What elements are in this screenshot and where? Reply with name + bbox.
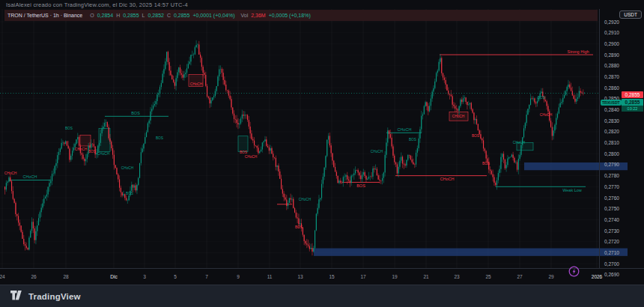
volume-change-value: +0,0005 (+0,18%) <box>269 13 311 18</box>
svg-text:CHoCH: CHoCH <box>540 113 553 117</box>
svg-text:Strong High: Strong High <box>567 49 589 54</box>
price-tick-label: 0,2780 <box>604 173 619 178</box>
price-tick-label: 0,2770 <box>604 184 619 189</box>
low-label: L <box>142 13 145 18</box>
price-tick-label: 0,2790 <box>604 162 619 167</box>
svg-text:BOS: BOS <box>295 225 303 229</box>
tradingview-logo-icon[interactable] <box>10 290 23 303</box>
svg-text:CHoCH: CHoCH <box>75 148 88 151</box>
price-tick-label: 0,2900 <box>604 41 619 46</box>
time-tick-label: 2026 <box>592 274 602 279</box>
price-tick-label: 0,2860 <box>604 85 619 91</box>
svg-text:BOS: BOS <box>65 127 73 130</box>
high-label: H <box>116 13 120 18</box>
svg-text:BOS: BOS <box>156 136 163 140</box>
svg-text:Weak Low: Weak Low <box>562 188 582 192</box>
bar-countdown: 03:22 <box>622 106 643 112</box>
time-tick-label: 9 <box>237 274 240 279</box>
svg-text:CHoCH: CHoCH <box>440 177 455 181</box>
time-tick-label: 23 <box>454 274 459 279</box>
time-tick-label: 13 <box>297 274 303 279</box>
time-tick-label: 3 <box>143 274 146 279</box>
price-scale[interactable]: USDT 0,29200,29100,29000,28900,28800,287… <box>599 9 644 283</box>
time-tick-label: 25 <box>485 274 490 279</box>
svg-text:BOS: BOS <box>131 111 140 115</box>
price-tick-label: 0,2810 <box>604 140 619 145</box>
symbol-title[interactable]: TRON / TetherUS · 1h · Binance <box>7 13 82 18</box>
svg-text:CHoCH: CHoCH <box>513 141 526 145</box>
svg-text:BOS: BOS <box>482 162 490 165</box>
svg-text:CHoCH: CHoCH <box>23 174 37 179</box>
svg-text:BOS: BOS <box>538 96 545 100</box>
price-tick-label: 0,2890 <box>604 52 619 58</box>
price-tick-label: 0,2830 <box>604 118 619 124</box>
svg-text:CHoCH: CHoCH <box>299 198 312 201</box>
time-tick-label: 21 <box>423 274 428 279</box>
symbol-tag: TRXUSDT <box>601 100 622 106</box>
price-tick-label: 0,2740 <box>604 217 619 222</box>
time-tick-label: 17 <box>360 274 365 279</box>
current-price-value: 0,2855 <box>622 99 643 106</box>
price-tick-label: 0,2910 <box>604 30 619 35</box>
attribution-text: IsaiAlexei creado con TradingView.com, e… <box>6 1 188 8</box>
chart-canvas[interactable]: CHoCHBOSBOSCHoCHCHoCHStrong HighWeak Low… <box>0 9 644 268</box>
price-tick-label: 0,2840 <box>604 107 619 112</box>
svg-text:CHoCH: CHoCH <box>452 115 465 118</box>
price-tick-label: 0,2720 <box>604 239 619 244</box>
svg-text:BOS: BOS <box>356 183 365 188</box>
price-tick-label: 0,2800 <box>604 151 619 156</box>
time-axis[interactable]: 242628Dic3579111315171921232527292026 <box>0 268 644 285</box>
time-tick-label: 7 <box>205 274 208 279</box>
price-tick-label: 0,2750 <box>604 206 619 211</box>
svg-text:BOS: BOS <box>240 151 247 154</box>
time-tick-label: 26 <box>31 274 36 279</box>
price-tick-label: 0,2920 <box>604 19 619 25</box>
symbol-legend[interactable]: TRON / TetherUS · 1h · Binance O 0,2854 … <box>4 10 598 21</box>
svg-text:CHoCH: CHoCH <box>97 152 110 156</box>
svg-text:CHoCH: CHoCH <box>190 82 203 86</box>
price-tick-label: 0,2710 <box>604 250 619 255</box>
price-tick-label: 0,2880 <box>604 63 619 68</box>
price-tick-label: 0,2820 <box>604 129 619 134</box>
price-tick-label: 0,2760 <box>604 195 619 201</box>
svg-text:BOS: BOS <box>409 138 416 142</box>
volume-label: Vol <box>240 13 248 18</box>
svg-text:CHoCH: CHoCH <box>121 166 134 170</box>
price-label-red: 0,2855 <box>622 91 643 98</box>
time-tick-label: 5 <box>174 274 177 279</box>
time-tick-label: Dic <box>110 274 117 279</box>
svg-text:CHoCH: CHoCH <box>245 155 258 159</box>
svg-text:BOS: BOS <box>88 150 96 154</box>
footer-bar: TradingView <box>0 285 644 307</box>
volume-value: 2,36M <box>251 13 265 18</box>
tradingview-chart-window: IsaiAlexei creado con TradingView.com, e… <box>0 0 644 307</box>
close-label: C <box>167 13 171 18</box>
time-tick-label: 27 <box>517 274 522 279</box>
time-tick-label: 19 <box>392 274 397 279</box>
boost-lightning-icon[interactable] <box>568 266 580 277</box>
time-tick-label: 15 <box>329 274 334 279</box>
time-tick-label: 28 <box>63 274 68 279</box>
open-label: O <box>90 13 94 18</box>
tradingview-wordmark[interactable]: TradingView <box>28 292 81 301</box>
time-tick-label: 29 <box>548 274 553 279</box>
time-tick-label: 11 <box>267 274 273 279</box>
time-tick-label: 24 <box>0 274 5 279</box>
svg-text:CHoCH: CHoCH <box>398 127 412 132</box>
open-value: 0,2854 <box>97 13 113 18</box>
svg-text:BOS: BOS <box>472 134 479 138</box>
price-tick-label: 0,2730 <box>604 228 619 234</box>
svg-text:CHoCH: CHoCH <box>371 150 383 154</box>
change-value: +0,0001 (+0,04%) <box>192 13 234 18</box>
high-value: 0,2855 <box>123 13 139 18</box>
svg-text:CHoCH: CHoCH <box>4 171 17 175</box>
price-tick-label: 0,2700 <box>604 261 619 267</box>
price-tick-label: 0,2870 <box>604 74 619 79</box>
close-value: 0,2855 <box>174 13 189 18</box>
currency-button[interactable]: USDT <box>619 10 642 19</box>
price-label-current: 0,2855 03:22 <box>622 99 643 112</box>
svg-text:BOS: BOS <box>126 192 133 195</box>
low-value: 0,2852 <box>148 13 164 18</box>
